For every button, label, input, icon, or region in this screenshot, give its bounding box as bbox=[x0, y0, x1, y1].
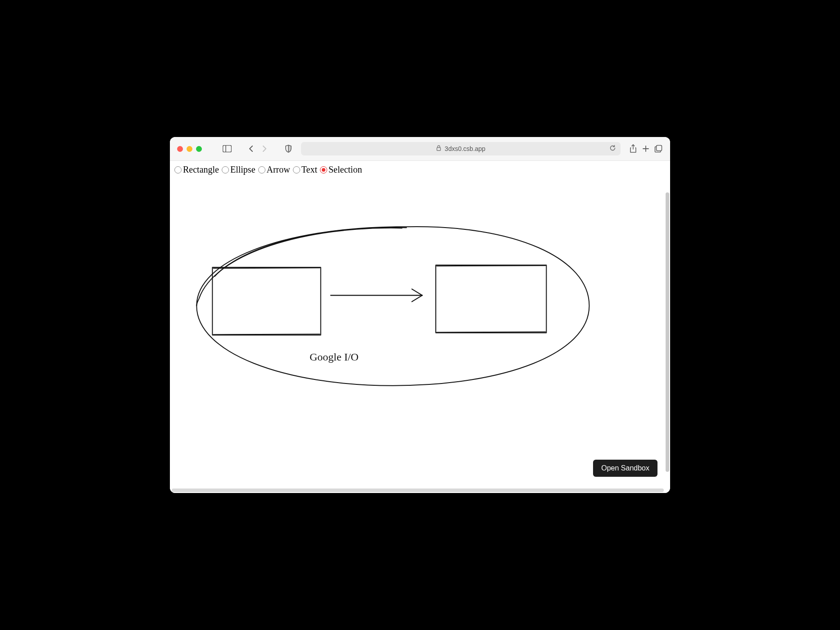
tool-label-text: Text bbox=[301, 164, 317, 175]
canvas-svg bbox=[170, 177, 670, 493]
tool-label-selection: Selection bbox=[329, 164, 362, 175]
url-bar[interactable]: 3dxs0.csb.app bbox=[301, 142, 621, 155]
tabs-overview-icon[interactable] bbox=[654, 144, 663, 153]
canvas-text-shape[interactable]: Google I/O bbox=[310, 351, 359, 363]
rectangle-shape-right[interactable] bbox=[436, 265, 546, 333]
browser-window: 3dxs0.csb.app Rectangle Ellipse Arrow Te… bbox=[170, 137, 670, 493]
lock-icon bbox=[436, 145, 441, 152]
svg-rect-3 bbox=[657, 146, 662, 151]
titlebar: 3dxs0.csb.app bbox=[170, 137, 670, 161]
rectangle-shape-left[interactable] bbox=[212, 267, 320, 335]
radio-ellipse[interactable] bbox=[222, 166, 229, 173]
svg-rect-0 bbox=[223, 146, 232, 152]
radio-text[interactable] bbox=[293, 166, 300, 173]
url-text: 3dxs0.csb.app bbox=[445, 145, 485, 152]
window-controls bbox=[177, 146, 202, 152]
horizontal-scrollbar[interactable] bbox=[172, 488, 664, 492]
forward-button-icon[interactable] bbox=[260, 144, 269, 153]
reload-icon[interactable] bbox=[609, 145, 616, 153]
vertical-scrollbar[interactable] bbox=[666, 192, 669, 472]
zoom-window-button[interactable] bbox=[196, 146, 202, 152]
radio-arrow[interactable] bbox=[258, 166, 265, 173]
radio-selection[interactable] bbox=[320, 166, 327, 173]
svg-rect-2 bbox=[437, 148, 440, 151]
radio-rectangle[interactable] bbox=[174, 166, 182, 173]
share-icon[interactable] bbox=[629, 144, 638, 153]
tool-label-arrow: Arrow bbox=[267, 164, 290, 175]
shape-tool-toolbar: Rectangle Ellipse Arrow Text Selection bbox=[170, 161, 670, 177]
shield-icon[interactable] bbox=[284, 144, 293, 153]
back-button-icon[interactable] bbox=[247, 144, 256, 153]
ellipse-shape[interactable] bbox=[196, 227, 589, 386]
new-tab-icon[interactable] bbox=[641, 144, 650, 153]
page-content: Rectangle Ellipse Arrow Text Selection bbox=[170, 161, 670, 493]
arrow-shape[interactable] bbox=[331, 289, 422, 301]
minimize-window-button[interactable] bbox=[187, 146, 192, 152]
open-sandbox-button[interactable]: Open Sandbox bbox=[593, 460, 657, 477]
tool-label-rectangle: Rectangle bbox=[183, 164, 219, 175]
close-window-button[interactable] bbox=[177, 146, 183, 152]
drawing-canvas[interactable]: Google I/O bbox=[170, 177, 670, 493]
sidebar-toggle-icon[interactable] bbox=[223, 144, 232, 153]
tool-label-ellipse: Ellipse bbox=[230, 164, 256, 175]
